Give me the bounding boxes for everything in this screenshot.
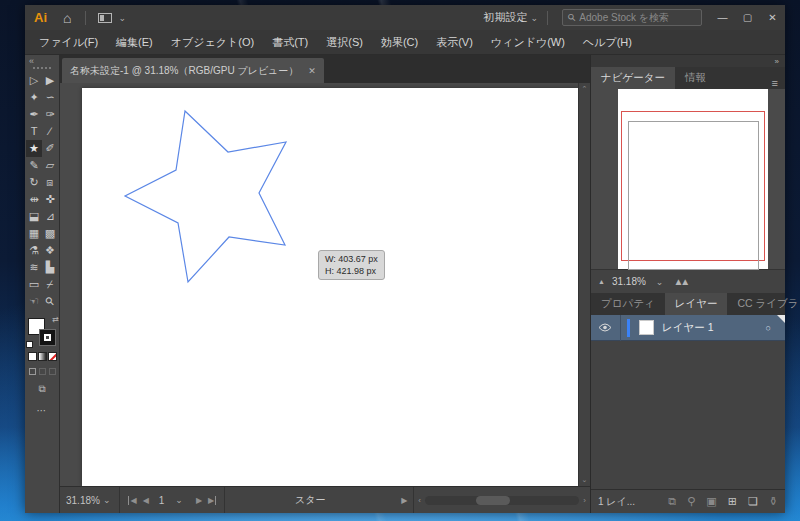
status-flyout-icon[interactable]: ▶ <box>395 487 414 513</box>
color-button[interactable] <box>28 352 37 361</box>
vertical-scrollbar[interactable]: ⌃ ⌄ <box>578 83 590 486</box>
artboard-number-dropdown[interactable]: 1 ⌄ <box>155 495 190 506</box>
zoom-in-icon[interactable]: ▲▲ <box>673 276 687 287</box>
symbol-sprayer-tool[interactable]: ≋ <box>26 259 42 276</box>
mesh-tool[interactable]: ▦ <box>26 225 42 242</box>
scroll-left-icon[interactable]: ‹ <box>418 496 421 505</box>
direct-selection-tool[interactable]: ▶ <box>42 72 58 89</box>
paintbrush-tool[interactable]: ✐ <box>42 140 58 157</box>
layers-empty-area[interactable] <box>591 341 785 489</box>
rotate-tool[interactable]: ↻ <box>26 174 42 191</box>
collapse-panels-icon[interactable]: » <box>775 57 779 66</box>
shape-builder-tool[interactable]: ⬓ <box>26 208 42 225</box>
panel-menu-icon[interactable]: ≡ <box>765 77 785 89</box>
visibility-eye-icon[interactable] <box>598 323 612 332</box>
magic-wand-tool[interactable]: ✦ <box>26 89 42 106</box>
column-graph-tool[interactable]: ▙ <box>42 259 58 276</box>
lasso-tool[interactable]: ∽ <box>42 89 58 106</box>
new-layer-icon[interactable]: ❏ <box>748 495 758 508</box>
swap-fill-stroke-icon[interactable]: ⇄ <box>52 315 59 324</box>
draw-inside-mode[interactable] <box>49 368 56 375</box>
menu-edit[interactable]: 編集(E) <box>107 35 162 50</box>
horizontal-scrollbar[interactable]: ‹ › <box>414 487 590 513</box>
layer-thumbnail[interactable] <box>639 320 654 335</box>
scroll-right-icon[interactable]: › <box>583 496 586 505</box>
default-fill-stroke-icon[interactable] <box>26 341 33 348</box>
menu-file[interactable]: ファイル(F) <box>30 35 107 50</box>
workspace-layout-icon[interactable] <box>98 13 112 23</box>
star-tool[interactable]: ★ <box>26 140 42 157</box>
zoom-out-icon[interactable]: ▲ <box>598 278 605 285</box>
menu-window[interactable]: ウィンドウ(W) <box>482 35 574 50</box>
line-segment-tool[interactable]: ∕ <box>42 123 58 140</box>
toolbar-drag-handle[interactable] <box>33 67 51 69</box>
artboard-number: 1 <box>159 495 165 506</box>
tab-layers[interactable]: レイヤー <box>665 293 728 315</box>
menu-select[interactable]: 選択(S) <box>317 35 372 50</box>
canvas[interactable]: W: 403.67 px H: 421.98 px ⌃ ⌄ <box>60 83 590 486</box>
locate-object-icon[interactable]: ⚲ <box>687 495 695 508</box>
curvature-tool[interactable]: ✒ <box>26 106 42 123</box>
none-button[interactable] <box>48 352 57 361</box>
menu-type[interactable]: 書式(T) <box>263 35 317 50</box>
stroke-swatch[interactable] <box>39 329 56 346</box>
new-sublayer-icon[interactable]: ⊞ <box>728 495 737 508</box>
pen-tool[interactable]: ✑ <box>42 106 58 123</box>
adobe-stock-search-input[interactable]: ⚲ Adobe Stock を検索 <box>562 9 702 26</box>
tab-info[interactable]: 情報 <box>675 67 716 89</box>
puppet-warp-tool[interactable]: ✜ <box>42 191 58 208</box>
scroll-up-icon[interactable]: ⌃ <box>582 85 588 93</box>
scale-tool[interactable]: ⧈ <box>42 174 58 191</box>
star-shape[interactable] <box>60 83 578 486</box>
layer-row[interactable]: レイヤー 1 ○ <box>591 315 785 341</box>
workspace-switcher[interactable]: 初期設定 ⌄ <box>483 10 541 25</box>
menu-help[interactable]: ヘルプ(H) <box>574 35 641 50</box>
previous-artboard-button[interactable]: ◀ <box>143 496 149 505</box>
next-artboard-button[interactable]: ▶ <box>196 496 202 505</box>
scrollbar-track[interactable] <box>425 496 579 505</box>
gradient-tool[interactable]: ▩ <box>42 225 58 242</box>
home-icon[interactable]: ⌂ <box>55 10 79 26</box>
chevron-down-icon[interactable]: ⌄ <box>115 13 129 23</box>
chevron-down-icon[interactable]: ⌄ <box>653 277 667 287</box>
edit-toolbar-icon[interactable]: ⋯ <box>37 405 48 416</box>
collect-for-export-icon[interactable]: ⧉ <box>668 495 676 508</box>
artboard-tool[interactable]: ▭ <box>26 276 42 293</box>
scroll-down-icon[interactable]: ⌄ <box>582 476 588 484</box>
navigator-zoom-value[interactable]: 31.18% <box>612 276 646 287</box>
collapse-toolbar-icon[interactable]: « <box>25 55 38 66</box>
document-tab[interactable]: 名称未設定-1 @ 31.18%（RGB/GPU プレビュー） ✕ <box>62 58 324 83</box>
draw-behind-mode[interactable] <box>39 368 46 375</box>
tab-navigator[interactable]: ナビゲーター <box>591 67 675 89</box>
tab-properties[interactable]: プロパティ <box>591 293 665 315</box>
tab-close-icon[interactable]: ✕ <box>308 66 316 76</box>
clipping-mask-icon[interactable]: ▣ <box>706 495 716 508</box>
tab-cc-libraries[interactable]: CC ライブラリ <box>727 293 800 315</box>
gradient-button[interactable] <box>38 352 47 361</box>
last-artboard-button[interactable]: ▶ <box>208 496 216 505</box>
maximize-button[interactable]: ▢ <box>735 5 760 30</box>
width-tool[interactable]: ⇹ <box>26 191 42 208</box>
shaper-tool[interactable]: ✎ <box>26 157 42 174</box>
blend-tool[interactable]: ❖ <box>42 242 58 259</box>
menu-effect[interactable]: 効果(C) <box>372 35 427 50</box>
screen-mode-icon[interactable]: ⧉ <box>38 383 45 395</box>
layer-target-icon[interactable]: ○ <box>766 323 771 333</box>
close-button[interactable]: ✕ <box>760 5 785 30</box>
eraser-tool[interactable]: ▱ <box>42 157 58 174</box>
eyedropper-tool[interactable]: ⚗ <box>26 242 42 259</box>
first-artboard-button[interactable]: ◀ <box>128 496 136 505</box>
type-tool[interactable]: T <box>26 123 42 140</box>
draw-normal-mode[interactable] <box>29 368 36 375</box>
zoom-level-dropdown[interactable]: 31.18% ⌄ <box>60 487 120 513</box>
search-placeholder: Adobe Stock を検索 <box>579 11 669 25</box>
minimize-button[interactable]: — <box>710 5 735 30</box>
perspective-grid-tool[interactable]: ⊿ <box>42 208 58 225</box>
selection-tool[interactable]: ▷ <box>26 72 42 89</box>
delete-layer-icon[interactable]: ⚱ <box>769 495 778 508</box>
scrollbar-thumb[interactable] <box>476 496 510 505</box>
navigator-preview[interactable] <box>591 89 785 269</box>
layer-name[interactable]: レイヤー 1 <box>662 321 766 335</box>
menu-object[interactable]: オブジェクト(O) <box>162 35 263 50</box>
menu-view[interactable]: 表示(V) <box>427 35 482 50</box>
